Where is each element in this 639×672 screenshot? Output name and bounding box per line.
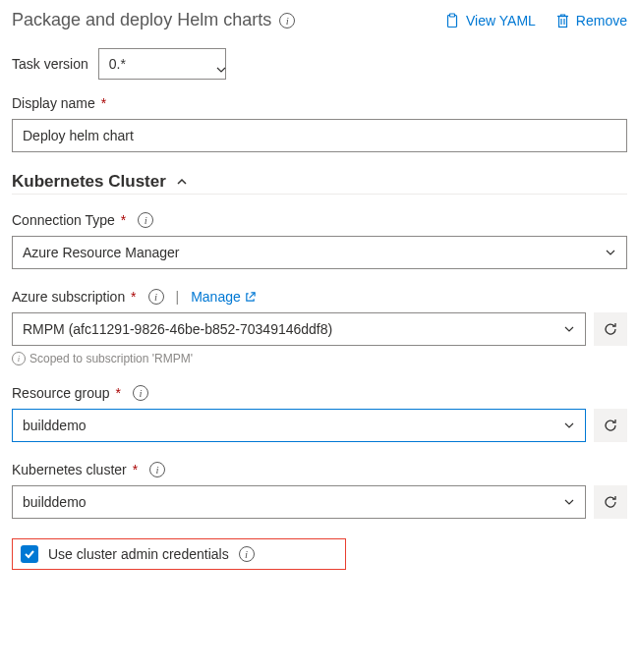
admin-credentials-label: Use cluster admin credentials <box>48 546 229 562</box>
chevron-down-icon <box>605 247 616 258</box>
task-version-row: Task version 0.* <box>12 48 627 80</box>
display-name-field: Display name * <box>12 95 627 152</box>
chevron-down-icon <box>563 496 575 508</box>
task-header: Package and deploy Helm charts i View YA… <box>12 10 627 30</box>
connection-type-label: Connection Type * <box>12 212 126 228</box>
remove-button[interactable]: Remove <box>555 13 627 28</box>
svg-rect-2 <box>558 16 566 27</box>
scope-hint: i Scoped to subscription 'RMPM' <box>12 352 627 365</box>
azure-subscription-label: Azure subscription * <box>12 289 137 305</box>
manage-link[interactable]: Manage <box>191 289 256 305</box>
task-version-label: Task version <box>12 56 88 72</box>
page-title: Package and deploy Helm charts <box>12 10 271 30</box>
azure-subscription-value: RMPM (afc11291-9826-46be-b852-70349146dd… <box>23 321 332 337</box>
header-actions: View YAML Remove <box>444 13 627 28</box>
connection-type-field: Connection Type * i Azure Resource Manag… <box>12 212 627 269</box>
svg-rect-1 <box>450 14 455 17</box>
refresh-icon <box>603 321 618 337</box>
admin-credentials-checkbox[interactable] <box>21 545 38 563</box>
section-header[interactable]: Kubernetes Cluster <box>12 172 627 195</box>
azure-subscription-select[interactable]: RMPM (afc11291-9826-46be-b852-70349146dd… <box>12 312 586 346</box>
clipboard-icon <box>444 13 460 28</box>
task-version-value: 0.* <box>109 56 126 72</box>
kubernetes-cluster-select[interactable]: builddemo <box>12 485 586 519</box>
resource-group-select[interactable]: builddemo <box>12 409 586 442</box>
resource-group-value: builddemo <box>23 418 87 433</box>
info-icon[interactable]: i <box>239 546 255 562</box>
kubernetes-cluster-value: builddemo <box>23 494 87 510</box>
view-yaml-label: View YAML <box>466 13 536 28</box>
external-link-icon <box>245 292 256 303</box>
info-icon[interactable]: i <box>138 212 153 228</box>
refresh-icon <box>603 494 618 510</box>
connection-type-select[interactable]: Azure Resource Manager <box>12 236 627 269</box>
remove-label: Remove <box>576 13 627 28</box>
admin-credentials-row: Use cluster admin credentials i <box>12 538 346 570</box>
info-icon[interactable]: i <box>149 462 165 477</box>
display-name-input[interactable] <box>12 119 627 152</box>
connection-type-value: Azure Resource Manager <box>23 245 180 260</box>
kubernetes-cluster-field: Kubernetes cluster * i builddemo <box>12 462 627 519</box>
header-left: Package and deploy Helm charts i <box>12 10 295 30</box>
refresh-button[interactable] <box>594 485 627 519</box>
display-name-label: Display name * <box>12 95 106 111</box>
azure-subscription-field: Azure subscription * i | Manage RMPM (af… <box>12 289 627 365</box>
resource-group-field: Resource group * i builddemo <box>12 385 627 442</box>
info-icon[interactable]: i <box>148 289 164 305</box>
refresh-icon <box>603 418 618 433</box>
resource-group-label: Resource group * <box>12 385 121 401</box>
refresh-button[interactable] <box>594 409 627 442</box>
checkmark-icon <box>24 548 35 560</box>
manage-label: Manage <box>191 289 241 305</box>
info-icon: i <box>12 352 26 365</box>
scope-hint-text: Scoped to subscription 'RMPM' <box>29 352 193 365</box>
section-title: Kubernetes Cluster <box>12 172 166 192</box>
task-version-select[interactable]: 0.* <box>98 48 226 80</box>
info-icon[interactable]: i <box>279 13 295 28</box>
chevron-down-icon <box>563 323 575 335</box>
trash-icon <box>555 13 570 28</box>
info-icon[interactable]: i <box>133 385 148 401</box>
separator: | <box>176 289 180 305</box>
kubernetes-cluster-label: Kubernetes cluster * <box>12 462 138 477</box>
chevron-up-icon <box>176 176 188 188</box>
view-yaml-button[interactable]: View YAML <box>444 13 536 28</box>
chevron-down-icon <box>563 420 575 431</box>
refresh-button[interactable] <box>594 312 627 346</box>
